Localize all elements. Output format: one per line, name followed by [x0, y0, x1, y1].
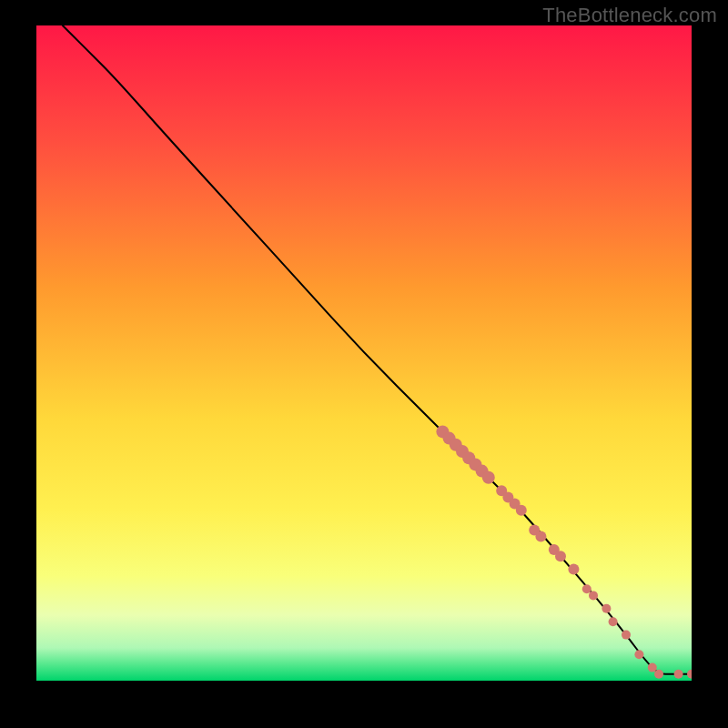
watermark-text: TheBottleneck.com: [542, 4, 717, 27]
stage: TheBottleneck.com: [0, 0, 728, 728]
data-point: [589, 591, 598, 600]
data-point: [648, 663, 657, 672]
data-point: [674, 670, 683, 679]
data-point: [568, 564, 579, 575]
data-point: [687, 670, 692, 679]
data-point: [634, 650, 643, 659]
chart-overlay: [36, 25, 692, 681]
data-point: [622, 631, 631, 640]
data-point: [535, 531, 546, 542]
data-point: [516, 505, 527, 516]
data-point: [582, 584, 592, 593]
plot-area: [36, 25, 692, 681]
data-point: [602, 604, 611, 613]
data-point: [609, 617, 618, 626]
data-point: [555, 551, 566, 561]
bottleneck-curve: [63, 25, 692, 674]
data-point: [482, 471, 495, 484]
data-point: [654, 670, 663, 679]
